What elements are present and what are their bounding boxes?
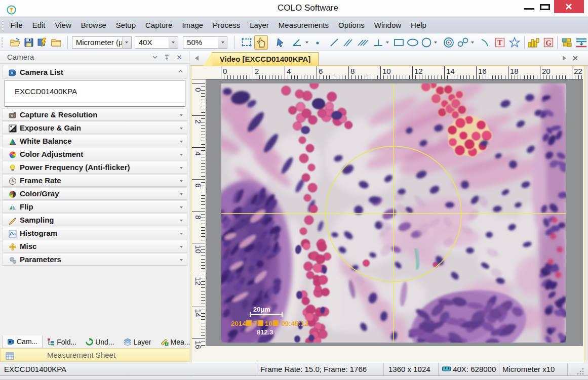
svg-text:2014: 2014	[231, 320, 247, 327]
svg-text:09:45:12: 09:45:12	[281, 320, 308, 327]
svg-text:T: T	[497, 39, 502, 47]
svg-text:G: G	[545, 38, 552, 47]
svg-text:20µm: 20µm	[253, 306, 270, 313]
svg-text:10: 10	[265, 320, 272, 327]
svg-text:7: 7	[253, 320, 257, 327]
svg-text:812.3: 812.3	[257, 328, 273, 336]
